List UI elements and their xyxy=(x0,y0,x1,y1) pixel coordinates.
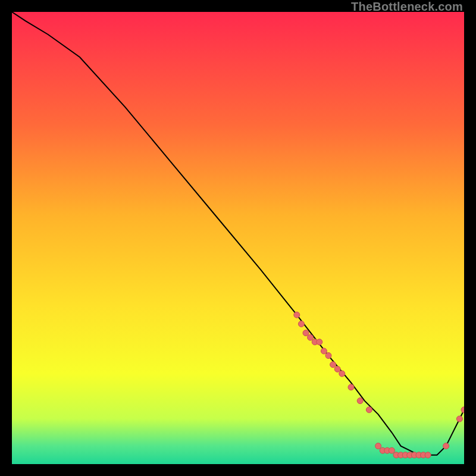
data-point xyxy=(357,398,363,404)
data-point xyxy=(294,312,300,318)
data-point xyxy=(325,353,331,359)
data-point xyxy=(330,362,336,368)
data-point xyxy=(334,366,340,372)
data-point xyxy=(339,371,345,377)
data-point xyxy=(317,339,322,345)
plot-area xyxy=(12,12,464,464)
data-point xyxy=(308,334,314,340)
data-point xyxy=(389,447,394,453)
data-point xyxy=(375,443,381,449)
data-point xyxy=(443,443,449,449)
data-point xyxy=(303,330,309,336)
gradient-background xyxy=(12,12,464,464)
chart-svg xyxy=(12,12,464,464)
data-point xyxy=(298,321,304,327)
data-point xyxy=(456,416,462,422)
data-point xyxy=(425,452,431,458)
data-point xyxy=(348,384,354,390)
data-point xyxy=(321,348,327,354)
chart-stage: TheBottleneck.com xyxy=(0,0,476,476)
data-point xyxy=(366,407,372,413)
